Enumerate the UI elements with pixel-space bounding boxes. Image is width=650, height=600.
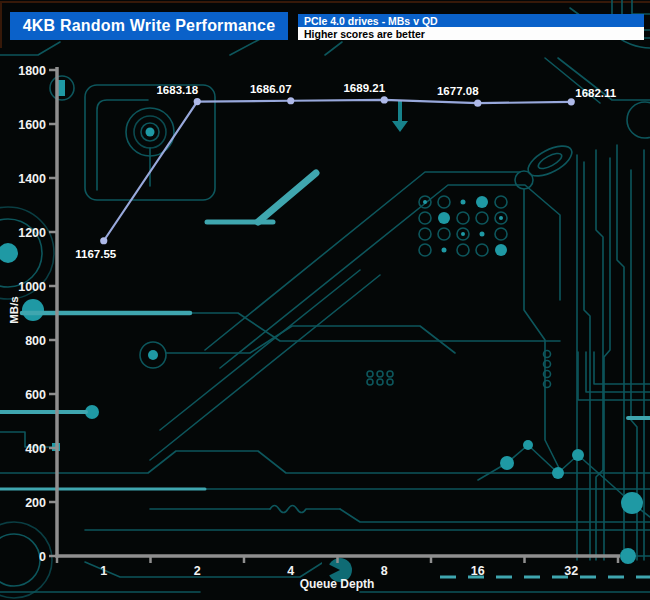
line-chart: 0200400600800100012001400160018001248163… [0, 0, 650, 600]
data-point-label: 1689.21 [343, 82, 385, 94]
data-point [194, 98, 201, 105]
data-point-label: 1686.07 [250, 83, 292, 95]
chart-subtitle-text: PCIe 4.0 drives - MBs v QD [304, 15, 438, 27]
y-tick-label: 1200 [18, 226, 46, 240]
y-tick-label: 800 [25, 334, 46, 348]
y-tick-label: 1400 [18, 172, 46, 186]
chart-screenshot: 4KB Random Write Performance PCIe 4.0 dr… [0, 0, 650, 600]
y-axis-title: MB/s [8, 296, 20, 323]
data-point-label: 1683.18 [156, 84, 198, 96]
x-tick-label: 1 [100, 564, 107, 578]
y-tick-label: 1800 [18, 64, 46, 78]
data-point [381, 96, 388, 103]
chart-subtitle: PCIe 4.0 drives - MBs v QD [298, 14, 644, 27]
data-point [100, 237, 107, 244]
chart-note: Higher scores are better [298, 27, 644, 40]
data-point-label: 1677.08 [437, 85, 479, 97]
data-point-label: 1167.55 [75, 248, 117, 260]
data-point-label: 1682.11 [575, 87, 617, 99]
chart-note-text: Higher scores are better [304, 28, 425, 40]
data-point [568, 98, 575, 105]
x-tick-label: 8 [381, 564, 388, 578]
data-point [474, 100, 481, 107]
chart-title-text: 4KB Random Write Performance [23, 17, 275, 35]
y-tick-label: 1000 [18, 280, 46, 294]
data-point [287, 97, 294, 104]
y-tick-label: 600 [25, 388, 46, 402]
chart-title: 4KB Random Write Performance [10, 12, 288, 40]
x-axis-title: Queue Depth [300, 577, 375, 591]
y-tick-label: 200 [25, 496, 46, 510]
x-tick-label: 16 [471, 564, 485, 578]
x-tick-label: 2 [194, 564, 201, 578]
y-tick-label: 0 [39, 550, 46, 564]
x-tick-label: 32 [564, 564, 578, 578]
chart-plot-area: 0200400600800100012001400160018001248163… [18, 64, 620, 579]
x-tick-label: 4 [287, 564, 294, 578]
series-line [104, 100, 572, 241]
y-tick-label: 400 [25, 442, 46, 456]
y-tick-label: 1600 [18, 118, 46, 132]
